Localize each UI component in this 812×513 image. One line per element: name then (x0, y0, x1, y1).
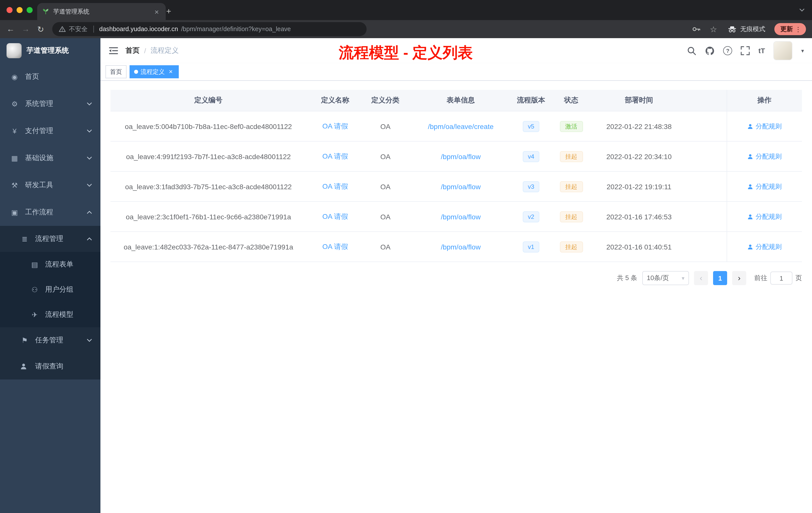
definition-category: OA (364, 111, 407, 141)
breadcrumb-separator: / (144, 47, 146, 55)
definition-table: 定义编号 定义名称 定义分类 表单信息 流程版本 状态 部署时间 操作 (111, 90, 802, 262)
sidebar-item-infrastructure[interactable]: ▦ 基础设施 (0, 145, 100, 172)
form-info-link[interactable]: /bpm/oa/flow (441, 243, 481, 251)
update-label: 更新 (780, 25, 793, 33)
sidebar-item-label: 流程模型 (45, 310, 73, 319)
browser-tab[interactable]: 芋道管理系统 × (37, 3, 166, 20)
sidebar-item-process-model[interactable]: ✈ 流程模型 (0, 302, 100, 327)
update-button[interactable]: 更新 ⋮ (774, 23, 806, 35)
browser-menu-kebab-icon[interactable]: ⋮ (793, 25, 804, 33)
incognito-badge: 无痕模式 (728, 25, 765, 33)
assign-rule-link[interactable]: 分配规则 (747, 182, 782, 191)
chevron-down-icon (86, 101, 92, 107)
password-key-icon[interactable] (692, 25, 701, 34)
tags-view: 首页 流程定义 × (100, 63, 812, 81)
status-badge: 激活 (560, 121, 583, 132)
sidebar-item-home[interactable]: ◉ 首页 (0, 63, 100, 90)
column-header: 表单信息 (407, 90, 515, 111)
yen-icon: ¥ (10, 127, 19, 135)
table-row: oa_leave:2:3c1f0ef1-76b1-11ec-9c66-a2380… (111, 202, 802, 232)
security-label: 不安全 (69, 25, 88, 33)
paper-plane-icon: ✈ (30, 311, 39, 319)
table-row: oa_leave:5:004b710b-7b8a-11ec-8ef0-acde4… (111, 111, 802, 141)
sidebar-toggle-hamburger-icon[interactable] (109, 46, 118, 56)
help-question-icon[interactable]: ? (723, 46, 732, 55)
sidebar-item-workflow[interactable]: ▣ 工作流程 (0, 199, 100, 226)
sidebar-item-leave-query[interactable]: 请假查询 (0, 353, 100, 380)
definition-name-link[interactable]: OA 请假 (322, 122, 348, 130)
url-path: /bpm/manager/definition?key=oa_leave (181, 26, 291, 33)
close-window-button[interactable] (6, 7, 12, 13)
pagination: 共 5 条 10条/页 ▾ ‹ 1 › 前往 页 (111, 271, 802, 285)
assign-rule-link[interactable]: 分配规则 (747, 152, 782, 161)
filler-cell (683, 202, 727, 232)
page-goto-input[interactable] (770, 272, 792, 284)
tag-close-icon[interactable]: × (167, 68, 174, 75)
tag-process-definition[interactable]: 流程定义 × (129, 65, 179, 78)
tab-close-icon[interactable]: × (153, 7, 161, 16)
minimize-window-button[interactable] (17, 7, 23, 13)
sidebar-item-label: 基础设施 (25, 154, 53, 163)
person-icon (747, 244, 753, 250)
prev-page-button[interactable]: ‹ (694, 271, 708, 285)
sidebar-item-label: 系统管理 (25, 99, 53, 109)
tab-search-chevron-icon[interactable] (799, 7, 805, 13)
sidebar-item-user-group[interactable]: ⚇ 用户分组 (0, 277, 100, 302)
bookmark-star-icon[interactable]: ☆ (710, 24, 717, 34)
search-icon[interactable] (687, 46, 697, 56)
page-size-select[interactable]: 10条/页 ▾ (642, 271, 689, 285)
next-page-button[interactable]: › (732, 271, 746, 285)
table-row: oa_leave:4:991f2193-7b7f-11ec-a3c8-acde4… (111, 141, 802, 172)
forward-button[interactable]: → (19, 23, 32, 36)
back-button[interactable]: ← (4, 23, 17, 36)
breadcrumb-current: 流程定义 (151, 46, 179, 55)
pagination-total: 共 5 条 (617, 274, 637, 282)
new-tab-button[interactable]: + (163, 5, 175, 18)
font-size-icon[interactable]: tT (758, 47, 765, 55)
definition-id: oa_leave:4:991f2193-7b7f-11ec-a3c8-acde4… (111, 141, 306, 172)
form-info-link[interactable]: /bpm/oa/flow (441, 213, 481, 221)
github-icon[interactable] (705, 46, 715, 56)
form-info-link[interactable]: /bpm/oa/flow (441, 152, 481, 160)
zoom-window-button[interactable] (27, 7, 33, 13)
assign-rule-link[interactable]: 分配规则 (747, 122, 782, 131)
page-number-button[interactable]: 1 (713, 271, 727, 285)
user-group-icon: ⚇ (30, 285, 39, 294)
sidebar-item-task-management[interactable]: ⚑ 任务管理 (0, 327, 100, 353)
sidebar-item-label: 研发工具 (25, 181, 53, 190)
fullscreen-icon[interactable] (741, 46, 750, 55)
sidebar-item-system-management[interactable]: ⚙ 系统管理 (0, 90, 100, 117)
avatar-caret-icon[interactable]: ▾ (801, 48, 804, 54)
tag-home[interactable]: 首页 (106, 65, 126, 78)
user-avatar[interactable] (774, 41, 793, 60)
filler-cell (683, 172, 727, 202)
form-info-link[interactable]: /bpm/oa/leave/create (428, 122, 494, 130)
assign-rule-link[interactable]: 分配规则 (747, 212, 782, 221)
sidebar-item-process-form[interactable]: ▤ 流程表单 (0, 252, 100, 277)
version-badge: v4 (523, 151, 539, 162)
column-header: 流程版本 (515, 90, 547, 111)
definition-name-link[interactable]: OA 请假 (322, 152, 348, 160)
chevron-down-icon (86, 182, 92, 188)
chevron-down-icon (86, 337, 92, 343)
person-icon (747, 123, 753, 129)
definition-name-link[interactable]: OA 请假 (322, 212, 348, 220)
logo-title: 芋道管理系统 (27, 46, 69, 55)
definition-id: oa_leave:5:004b710b-7b8a-11ec-8ef0-acde4… (111, 111, 306, 141)
breadcrumb-home[interactable]: 首页 (125, 46, 140, 55)
address-bar[interactable]: 不安全 dashboard.yudao.iocoder.cn/bpm/manag… (52, 22, 367, 36)
sidebar-item-dev-tools[interactable]: ⚒ 研发工具 (0, 172, 100, 199)
definition-name-link[interactable]: OA 请假 (322, 242, 348, 250)
form-info-link[interactable]: /bpm/oa/flow (441, 182, 481, 190)
table-header-row: 定义编号 定义名称 定义分类 表单信息 流程版本 状态 部署时间 操作 (111, 90, 802, 111)
assign-rule-link[interactable]: 分配规则 (747, 242, 782, 251)
sidebar-item-process-management[interactable]: ≣ 流程管理 (0, 226, 100, 252)
deploy-time: 2022-01-16 17:46:53 (595, 202, 683, 232)
sidebar-item-payment-management[interactable]: ¥ 支付管理 (0, 117, 100, 145)
definition-id: oa_leave:1:482ec033-762a-11ec-8477-a2380… (111, 232, 306, 262)
status-badge: 挂起 (560, 181, 583, 192)
definition-name-link[interactable]: OA 请假 (322, 182, 348, 190)
window-controls (0, 7, 33, 13)
reload-button[interactable]: ↻ (34, 23, 47, 36)
deploy-time: 2022-01-16 01:40:51 (595, 232, 683, 262)
